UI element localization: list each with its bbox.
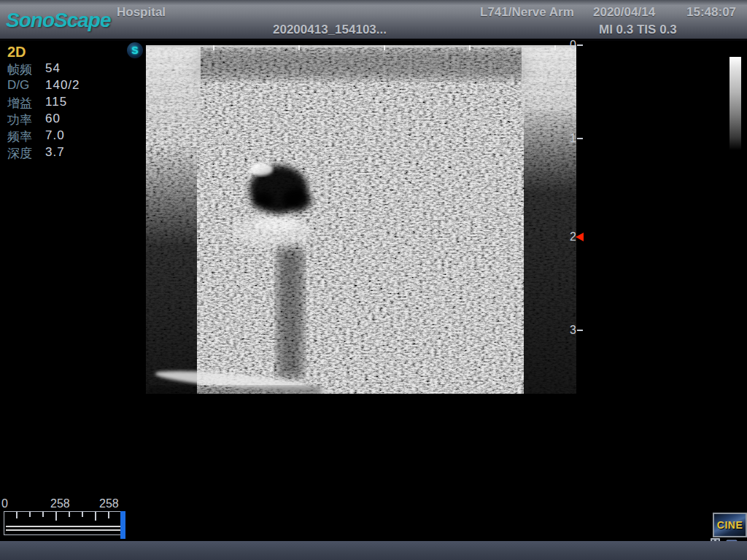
title-bar: SonoScape Hospital 20200413_154103... L7… [0, 0, 747, 41]
param-row-depth: 深度 3.7 [7, 145, 117, 162]
depth-tick [577, 44, 583, 46]
ruler-tick [82, 512, 83, 517]
time-display: 15:48:07 [686, 5, 736, 20]
ruler-tick [42, 512, 44, 517]
depth-mark-1: 1 [565, 132, 576, 145]
ultrasound-image [146, 45, 576, 394]
depth-mark-2: 2 [565, 230, 576, 244]
depth-mark-0: 0 [565, 39, 576, 52]
mode-label-2d: 2D [7, 44, 26, 61]
mi-tis-indices: MI 0.3 TIS 0.3 [599, 23, 677, 37]
cine-progress-ruler[interactable] [4, 511, 125, 535]
depth-tick [577, 330, 583, 331]
cine-scale-label-258a: 258 [50, 497, 70, 510]
cine-button[interactable]: CINE [713, 513, 747, 537]
cine-track-line [6, 529, 120, 531]
ruler-tick [69, 512, 70, 517]
ruler-tick [108, 512, 109, 518]
param-value: 115 [45, 95, 67, 109]
param-value: 54 [45, 61, 61, 76]
param-value: 7.0 [45, 128, 65, 143]
param-label: 帧频 [7, 61, 32, 78]
param-label: 增益 [7, 95, 32, 112]
param-label: D/G [7, 78, 29, 93]
ruler-tick [95, 512, 96, 521]
exam-id: 20200413_154103... [273, 23, 387, 37]
cine-position-marker[interactable] [120, 511, 125, 539]
hospital-name: Hospital [117, 5, 166, 20]
depth-tick [577, 138, 583, 139]
depth-mark-3: 3 [565, 324, 576, 337]
param-label: 频率 [7, 128, 32, 145]
focus-position-marker [576, 233, 584, 241]
ruler-tick [55, 512, 57, 521]
param-value: 60 [45, 112, 61, 126]
ruler-tick [29, 512, 31, 517]
cine-scale-label-258b: 258 [99, 497, 119, 510]
probe-orientation-marker: S [127, 42, 143, 58]
param-label: 功率 [7, 112, 32, 128]
param-row-frequency: 频率 7.0 [7, 128, 117, 145]
param-label: 深度 [7, 145, 32, 162]
grayscale-bar [729, 57, 741, 150]
sonoscape-logo: SonoScape [6, 9, 110, 32]
param-value: 140/2 [45, 78, 80, 93]
ruler-tick [16, 512, 18, 518]
param-row-frame-rate: 帧频 54 [7, 61, 117, 78]
probe-preset: L741/Nerve Arm [480, 5, 574, 20]
param-value: 3.7 [45, 145, 65, 160]
cine-track-line [6, 526, 120, 527]
param-row-power: 功率 60 [7, 112, 117, 128]
cine-scale-label-0: 0 [1, 497, 8, 510]
date-display: 2020/04/14 [593, 5, 655, 20]
bottom-status-bar [0, 541, 747, 560]
param-row-dg: D/G 140/2 [7, 78, 117, 95]
param-row-gain: 增益 115 [7, 95, 117, 112]
